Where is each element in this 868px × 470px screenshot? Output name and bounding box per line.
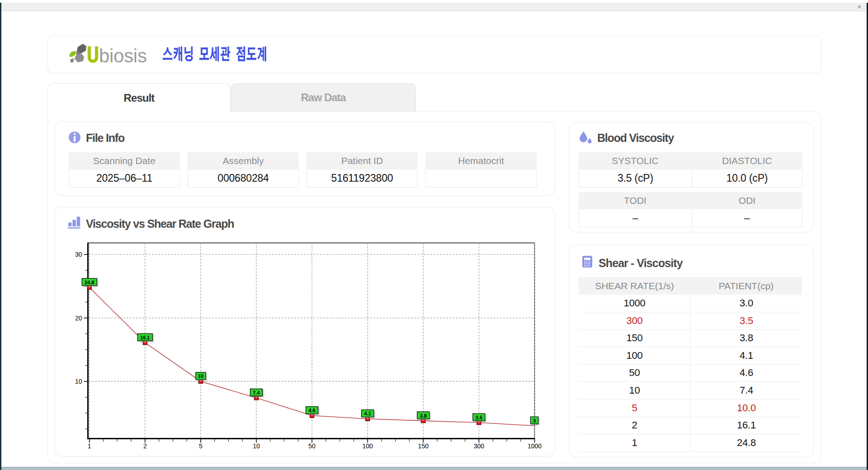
svg-text:50: 50 (308, 442, 316, 450)
svg-text:150: 150 (418, 442, 429, 450)
svg-text:10: 10 (253, 442, 260, 450)
svg-text:10: 10 (198, 373, 203, 379)
svg-text:20: 20 (75, 315, 82, 322)
svg-text:3.5: 3.5 (476, 415, 482, 420)
svg-text:1: 1 (88, 442, 91, 450)
svg-text:24.8: 24.8 (85, 280, 94, 285)
svg-text:5: 5 (199, 442, 203, 450)
svg-text:300: 300 (474, 442, 485, 450)
svg-text:4.1: 4.1 (364, 411, 371, 416)
svg-text:2: 2 (143, 442, 147, 450)
svg-text:7.4: 7.4 (253, 390, 260, 395)
svg-text:16.1: 16.1 (140, 335, 150, 340)
svg-text:1000: 1000 (528, 442, 542, 450)
svg-text:30: 30 (75, 251, 82, 258)
svg-text:3.8: 3.8 (420, 413, 427, 418)
svg-text:10: 10 (75, 378, 82, 385)
svg-text:3: 3 (533, 418, 536, 423)
svg-text:4.6: 4.6 (308, 408, 315, 413)
svg-text:100: 100 (363, 442, 373, 450)
